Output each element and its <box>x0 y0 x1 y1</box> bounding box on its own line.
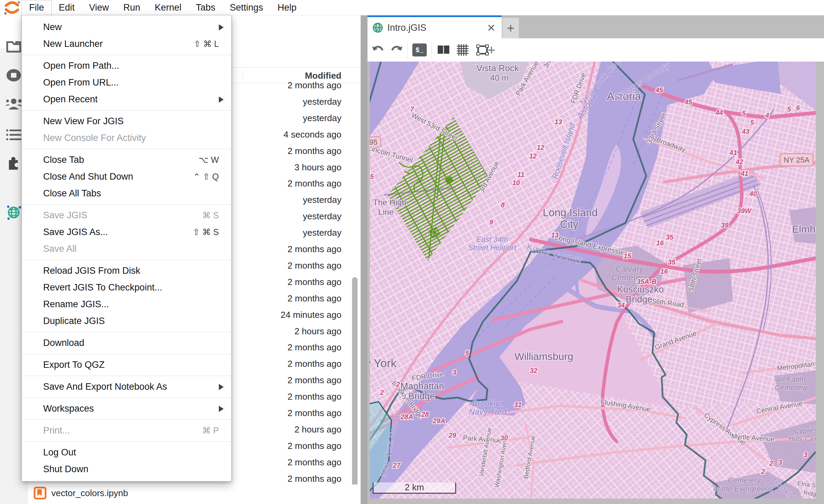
map-label: East 34th <box>476 235 508 244</box>
document-panel: Intro.jGIS ✕ + $_ <box>367 15 824 504</box>
menu-item-revert-jgis-to-checkpoint[interactable]: Revert JGIS To Checkpoint... <box>22 279 231 296</box>
route-shield: 2 <box>769 460 773 467</box>
menubar-item-settings[interactable]: Settings <box>223 0 271 15</box>
submenu-arrow-icon <box>219 384 224 390</box>
menubar-item-kernel[interactable]: Kernel <box>148 0 189 15</box>
menu-item-print[interactable]: Print...⌘ P <box>22 422 231 439</box>
map-label: Brooklyn <box>472 399 504 408</box>
route-shield: 9 <box>489 218 493 226</box>
route-shield: 29A <box>433 417 446 425</box>
new-tab-button[interactable]: + <box>502 18 519 38</box>
map-toolbar: $_ <box>367 38 824 62</box>
redo-button[interactable] <box>388 38 406 62</box>
route-shield: 5 <box>370 173 374 180</box>
tab-title: Intro.jGIS <box>387 23 487 33</box>
menu-item-save-all[interactable]: Save All <box>22 241 231 257</box>
menu-item-save-and-export-notebook-as[interactable]: Save And Export Notebook As <box>22 378 231 395</box>
undo-button[interactable] <box>369 38 387 62</box>
route-shield: 41 <box>740 170 748 177</box>
route-shield: 35 <box>668 258 676 266</box>
route-shield: 29 <box>448 431 457 439</box>
menu-item-new-launcher[interactable]: New Launcher⇧ ⌘ L <box>22 36 231 52</box>
layers-book-button[interactable] <box>434 38 453 62</box>
panel-divider[interactable] <box>361 15 367 504</box>
menubar-item-help[interactable]: Help <box>270 0 304 15</box>
route-shield: 11 <box>517 171 525 178</box>
menu-item-label: Duplicate JGIS <box>43 316 224 326</box>
menu-item-label: Reload JGIS From Disk <box>43 266 224 276</box>
file-row-vector-colors[interactable]: vector_colors.ipynb <box>28 484 361 502</box>
file-list-scrollbar-thumb[interactable] <box>352 277 358 501</box>
folder-icon <box>6 40 22 53</box>
route-shield: 40 <box>749 190 757 197</box>
menu-item-open-recent[interactable]: Open Recent <box>22 91 231 108</box>
tab-intro-jgis[interactable]: Intro.jGIS ✕ <box>367 15 502 38</box>
menubar-item-view[interactable]: View <box>82 0 116 15</box>
route-shield: 13 <box>551 231 559 239</box>
menu-item-workspaces[interactable]: Workspaces <box>22 400 231 417</box>
submenu-arrow-icon <box>219 406 224 412</box>
collaborators-icon <box>5 98 22 110</box>
route-shield: 45 <box>684 98 692 106</box>
menubar-item-edit[interactable]: Edit <box>52 0 82 15</box>
menu-item-duplicate-jgis[interactable]: Duplicate JGIS <box>22 313 231 329</box>
menubar: FileEditViewRunKernelTabsSettingsHelp <box>0 0 824 15</box>
menu-item-new[interactable]: New <box>22 19 231 36</box>
menubar-item-run[interactable]: Run <box>116 0 148 15</box>
svg-text:NY 25A: NY 25A <box>784 156 810 164</box>
add-layer-button[interactable]: + <box>483 38 500 62</box>
menu-item-open-from-url[interactable]: Open From URL... <box>22 74 231 91</box>
menu-item-reload-jgis-from-disk[interactable]: Reload JGIS From Disk <box>22 262 231 279</box>
menu-item-label: Close All Tabs <box>43 188 224 199</box>
globe-icon <box>372 22 383 33</box>
route-shield: 30 <box>500 434 508 442</box>
sidebar-item-filebrowser[interactable] <box>3 37 24 56</box>
menu-item-close-and-shut-down[interactable]: Close And Shut Down⌃ ⇧ Q <box>22 168 231 185</box>
menu-item-save-jgis-as[interactable]: Save JGIS As...⇧ ⌘ S <box>22 224 231 241</box>
grid-layer-button[interactable] <box>454 38 472 62</box>
route-shield: 5 <box>787 105 791 113</box>
route-shield: 41 <box>729 149 737 156</box>
route-shield: 2 <box>396 380 400 388</box>
map-label: City <box>560 218 578 230</box>
menu-item-rename-jgis[interactable]: Rename JGIS... <box>22 296 231 313</box>
menu-item-export-to-qgz[interactable]: Export To QGZ <box>22 357 231 373</box>
menu-item-shut-down[interactable]: Shut Down <box>22 461 231 478</box>
map-label: Cemetery <box>775 383 808 392</box>
menu-item-shortcut: ⇧ ⌘ L <box>193 39 219 49</box>
map-canvas[interactable]: 495NY 25A Vista Rock40 mAstoriaLong Isla… <box>370 62 816 499</box>
menubar-items: FileEditViewRunKernelTabsSettingsHelp <box>22 0 304 15</box>
tab-close-icon[interactable]: ✕ <box>487 22 496 34</box>
menu-item-shortcut: ⌥ W <box>199 155 219 165</box>
route-shield: 3 <box>803 451 807 458</box>
menu-item-label: Open Recent <box>43 94 216 105</box>
console-button[interactable]: $_ <box>410 38 429 62</box>
sidebar-item-toc[interactable] <box>3 125 24 144</box>
sidebar-item-jgis[interactable] <box>3 203 24 222</box>
menu-item-new-view-for-jgis[interactable]: New View For JGIS <box>22 113 231 130</box>
route-shield: 4 <box>765 112 769 119</box>
menu-item-close-tab[interactable]: Close Tab⌥ W <box>22 152 231 168</box>
tab-bar: Intro.jGIS ✕ + <box>367 15 824 38</box>
menu-item-log-out[interactable]: Log Out <box>22 444 231 461</box>
sidebar-item-extensions[interactable] <box>3 153 24 172</box>
menu-item-label: Revert JGIS To Checkpoint... <box>43 282 224 293</box>
menu-item-open-from-path[interactable]: Open From Path... <box>22 57 231 74</box>
sidebar-item-collaborators[interactable] <box>3 94 24 114</box>
menu-item-label: New Launcher <box>43 39 193 49</box>
menubar-item-tabs[interactable]: Tabs <box>189 0 223 15</box>
menu-item-save-jgis[interactable]: Save JGIS⌘ S <box>22 207 231 224</box>
terminal-icon: $_ <box>412 43 427 56</box>
map-label: Elmhurst <box>792 223 816 235</box>
add-icon: + <box>487 42 495 58</box>
menu-item-download[interactable]: Download <box>22 335 231 351</box>
file-menu-dropdown: NewNew Launcher⇧ ⌘ LOpen From Path...Ope… <box>22 15 232 481</box>
menu-item-close-all-tabs[interactable]: Close All Tabs <box>22 185 231 202</box>
jgis-globe-icon <box>5 204 22 220</box>
map-label: 40 m <box>490 73 508 82</box>
submenu-arrow-icon <box>219 24 224 30</box>
route-shield: 13 <box>554 118 562 126</box>
menu-item-new-console-for-activity[interactable]: New Console For Activity <box>22 130 231 146</box>
sidebar-item-running[interactable] <box>3 66 24 85</box>
menubar-item-file[interactable]: File <box>22 0 52 15</box>
